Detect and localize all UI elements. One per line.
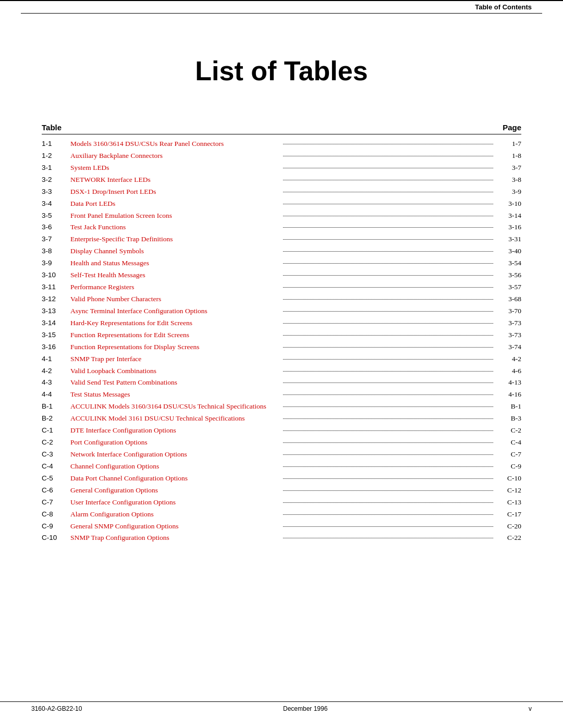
toc-entry-title[interactable]: Data Port LEDs [70, 199, 281, 209]
toc-entry-page: C-10 [495, 473, 521, 484]
toc-entry-title[interactable]: Data Port Channel Configuration Options [70, 473, 281, 484]
toc-entry-title[interactable]: Function Representations for Display Scr… [70, 342, 281, 353]
toc-entry-title[interactable]: Self-Test Health Messages [70, 270, 281, 281]
toc-entry-page: C-9 [495, 461, 521, 472]
toc-entry-num: C-6 [42, 485, 70, 496]
toc-entry-title[interactable]: ACCULINK Model 3161 DSU/CSU Technical Sp… [70, 413, 281, 424]
toc-entry-num: 4-3 [42, 377, 70, 388]
toc-entry-title[interactable]: Alarm Configuration Options [70, 509, 281, 520]
toc-entry-title[interactable]: Function Representations for Edit Screen… [70, 330, 281, 341]
toc-entry-title[interactable]: SNMP Trap Configuration Options [70, 533, 281, 544]
toc-entry-num: C-3 [42, 449, 70, 460]
list-item: 3-3DSX-1 Drop/Insert Port LEDs3-9 [42, 187, 521, 198]
toc-entry-num: 4-2 [42, 366, 70, 377]
dot-leader [283, 382, 494, 383]
list-item: C-1DTE Interface Configuration OptionsC-… [42, 425, 521, 436]
toc-entry-title[interactable]: Performance Registers [70, 282, 281, 293]
toc-entry-title[interactable]: Valid Send Test Pattern Combinations [70, 377, 281, 388]
dot-leader [283, 394, 494, 395]
dot-leader [283, 406, 494, 407]
toc-entry-page: 4-2 [495, 354, 521, 365]
toc-entry-title[interactable]: Port Configuration Options [70, 437, 281, 448]
list-item: 3-4Data Port LEDs3-10 [42, 199, 521, 209]
toc-entry-title[interactable]: NETWORK Interface LEDs [70, 175, 281, 186]
list-item: C-4Channel Configuration OptionsC-9 [42, 461, 521, 472]
dot-leader [283, 490, 494, 491]
dot-leader [283, 371, 494, 372]
dot-leader [283, 287, 494, 288]
toc-entry-page: 1-7 [495, 139, 521, 150]
dot-leader [283, 299, 494, 300]
toc-entry-page: C-4 [495, 437, 521, 448]
toc-entry-title[interactable]: Valid Loopback Combinations [70, 366, 281, 377]
dot-leader [283, 311, 494, 312]
toc-entry-page: 4-13 [495, 377, 521, 388]
dot-leader [283, 168, 494, 168]
list-item: 4-1SNMP Trap per Interface4-2 [42, 354, 521, 365]
toc-entry-title[interactable]: Auxiliary Backplane Connectors [70, 151, 281, 162]
list-item: 3-5Front Panel Emulation Screen Icons3-1… [42, 211, 521, 221]
toc-entry-title[interactable]: General Configuration Options [70, 485, 281, 496]
toc-entry-title[interactable]: General SNMP Configuration Options [70, 521, 281, 532]
list-item: C-10SNMP Trap Configuration OptionsC-22 [42, 533, 521, 544]
toc-entry-num: 3-6 [42, 222, 70, 233]
list-item: 1-2Auxiliary Backplane Connectors1-8 [42, 151, 521, 162]
toc-entry-title[interactable]: Channel Configuration Options [70, 461, 281, 472]
list-item: 3-7Enterprise-Specific Trap Definitions3… [42, 234, 521, 245]
toc-entry-title[interactable]: DTE Interface Configuration Options [70, 425, 281, 436]
toc-entry-num: 3-7 [42, 234, 70, 245]
toc-rows: 1-1Models 3160/3614 DSU/CSUs Rear Panel … [42, 139, 521, 544]
list-item: C-5Data Port Channel Configuration Optio… [42, 473, 521, 484]
toc-entry-num: 3-10 [42, 270, 70, 281]
toc-entry-title[interactable]: Test Jack Functions [70, 222, 281, 233]
toc-entry-title[interactable]: Valid Phone Number Characters [70, 294, 281, 305]
list-item: C-3Network Interface Configuration Optio… [42, 449, 521, 460]
toc-entry-num: 3-12 [42, 294, 70, 305]
list-item: 3-14Hard-Key Representations for Edit Sc… [42, 318, 521, 329]
toc-entry-title[interactable]: Display Channel Symbols [70, 246, 281, 257]
toc-entry-page: 3-68 [495, 294, 521, 305]
toc-entry-num: C-2 [42, 437, 70, 448]
toc-entry-title[interactable]: Test Status Messages [70, 389, 281, 400]
dot-leader [283, 216, 494, 216]
toc-entry-title[interactable]: SNMP Trap per Interface [70, 354, 281, 365]
toc-entry-title[interactable]: Network Interface Configuration Options [70, 449, 281, 460]
toc-entry-page: C-20 [495, 521, 521, 532]
list-item: 3-2NETWORK Interface LEDs3-8 [42, 175, 521, 186]
toc-entry-title[interactable]: Models 3160/3614 DSU/CSUs Rear Panel Con… [70, 139, 281, 150]
toc-entry-page: C-22 [495, 533, 521, 544]
toc-entry-title[interactable]: ACCULINK Models 3160/3164 DSU/CSUs Techn… [70, 401, 281, 412]
list-item: 3-9Health and Status Messages3-54 [42, 258, 521, 269]
toc-entry-num: 3-11 [42, 282, 70, 293]
toc-entry-num: 3-4 [42, 199, 70, 209]
dot-leader [283, 239, 494, 240]
dot-leader [283, 430, 494, 431]
list-item: 3-12Valid Phone Number Characters3-68 [42, 294, 521, 305]
toc-entry-page: 1-8 [495, 151, 521, 162]
list-item: 4-4Test Status Messages4-16 [42, 389, 521, 400]
main-content: List of Tables Table Page 1-1Models 3160… [0, 55, 563, 544]
toc-entry-num: B-1 [42, 401, 70, 412]
toc-entry-num: C-8 [42, 509, 70, 520]
toc-entry-title[interactable]: Enterprise-Specific Trap Definitions [70, 234, 281, 245]
toc-entry-title[interactable]: Hard-Key Representations for Edit Screen… [70, 318, 281, 329]
list-item: C-2Port Configuration OptionsC-4 [42, 437, 521, 448]
toc-entry-title[interactable]: Front Panel Emulation Screen Icons [70, 211, 281, 221]
toc-entry-title[interactable]: DSX-1 Drop/Insert Port LEDs [70, 187, 281, 198]
toc-entry-page: 3-74 [495, 342, 521, 353]
list-item: 3-10Self-Test Health Messages3-56 [42, 270, 521, 281]
footer-left: 3160-A2-GB22-10 [31, 705, 82, 712]
toc-entry-title[interactable]: Health and Status Messages [70, 258, 281, 269]
toc-entry-title[interactable]: Async Terminal Interface Configuration O… [70, 306, 281, 317]
dot-leader [283, 502, 494, 503]
page-title: List of Tables [42, 55, 521, 87]
toc-entry-num: 3-3 [42, 187, 70, 198]
list-item: 4-2Valid Loopback Combinations4-6 [42, 366, 521, 377]
toc-entry-title[interactable]: User Interface Configuration Options [70, 497, 281, 508]
list-item: C-6General Configuration OptionsC-12 [42, 485, 521, 496]
list-item: B-1ACCULINK Models 3160/3164 DSU/CSUs Te… [42, 401, 521, 412]
toc-entry-num: 1-1 [42, 139, 70, 150]
toc-entry-title[interactable]: System LEDs [70, 163, 281, 174]
toc-entry-num: C-5 [42, 473, 70, 484]
toc-entry-num: 1-2 [42, 151, 70, 162]
